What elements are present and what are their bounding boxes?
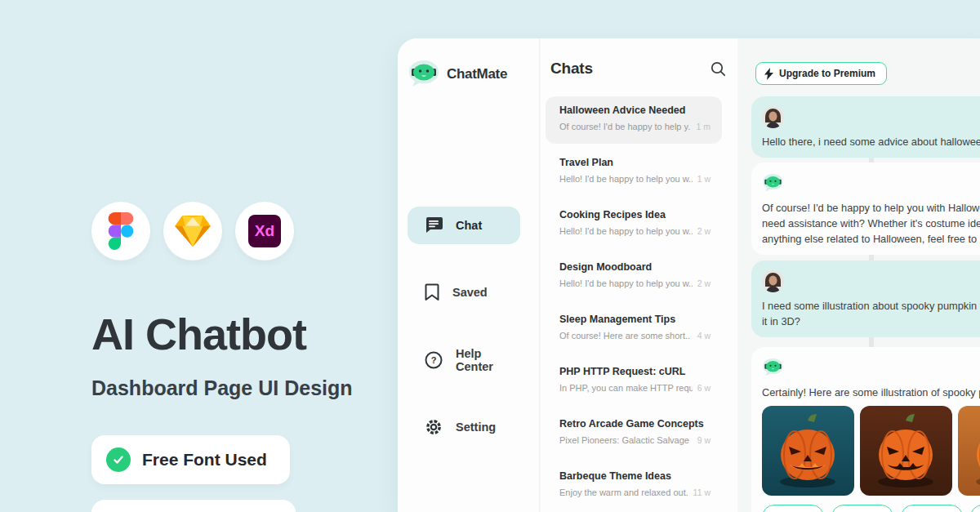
sidebar-item-label: Chat xyxy=(456,219,482,232)
adobe-xd-icon: Xd xyxy=(248,215,281,247)
brand-name: ChatMate xyxy=(447,66,507,82)
chatmate-logo-icon xyxy=(408,60,440,89)
chat-item-preview: Hello! I'd be happy to help you w.. xyxy=(559,226,693,236)
gear-icon xyxy=(425,418,443,436)
chat-item-title: Cooking Recipes Idea xyxy=(559,209,710,220)
chat-list-item[interactable]: Design Moodboard Hello! I'd be happy to … xyxy=(546,253,722,301)
user-avatar xyxy=(762,106,784,128)
adobe-xd-badge: Xd xyxy=(235,202,294,260)
chat-item-preview: Pixel Pioneers: Galactic Salvage xyxy=(559,435,693,445)
figma-badge xyxy=(91,202,150,260)
message-text: anything else related to Halloween, feel… xyxy=(762,231,980,247)
pumpkin-image[interactable] xyxy=(860,406,952,496)
search-icon[interactable] xyxy=(710,61,726,77)
sidebar-item-label: Help Center xyxy=(456,347,520,373)
lightning-icon xyxy=(764,68,773,80)
chat-list-item[interactable]: Sleep Management Tips Of course! Here ar… xyxy=(546,305,722,353)
chat-item-title: Barbeque Theme Ideas xyxy=(559,470,710,482)
user-avatar xyxy=(762,270,784,292)
user-message: I need some illustration about spooky pu… xyxy=(751,260,980,337)
image-actions xyxy=(762,505,980,512)
chat-item-time: 9 w xyxy=(697,435,710,445)
design-tool-badges: Xd xyxy=(91,202,294,260)
sidebar-item-label: Saved xyxy=(452,286,488,299)
page-title: AI Chatbot xyxy=(91,309,306,359)
chat-list-item[interactable]: Cooking Recipes Idea Hello! I'd be happy… xyxy=(546,201,722,248)
chat-item-title: Retro Arcade Game Concepts xyxy=(559,418,710,430)
image-action-button[interactable] xyxy=(901,505,963,512)
image-action-button[interactable] xyxy=(831,505,893,512)
chat-item-preview: Of course! Here are some short.. xyxy=(559,331,693,341)
chat-item-title: Halloween Advice Needed xyxy=(559,105,710,116)
message-text: Certainly! Here are some illustration of… xyxy=(762,385,980,400)
upgrade-premium-button[interactable]: Upgrade to Premium xyxy=(755,62,887,85)
bot-message: Certainly! Here are some illustration of… xyxy=(751,347,980,512)
chat-list-item[interactable]: Travel Plan Hello! I'd be happy to help … xyxy=(546,149,722,196)
chat-item-preview: Enjoy the warm and relaxed out.. xyxy=(559,488,688,497)
sketch-icon xyxy=(175,215,211,247)
generated-images xyxy=(762,406,980,496)
bot-avatar xyxy=(762,172,784,194)
chat-icon xyxy=(425,217,443,234)
chat-list-item[interactable]: Retro Arcade Game Concepts Pixel Pioneer… xyxy=(546,410,722,457)
page-subtitle: Dashboard Page UI Design xyxy=(91,376,353,400)
svg-text:?: ? xyxy=(431,355,437,365)
chat-item-time: 11 w xyxy=(693,488,710,497)
chat-item-title: Travel Plan xyxy=(559,157,710,168)
free-font-label: Free Font Used xyxy=(142,450,267,470)
image-action-button[interactable] xyxy=(970,505,980,512)
chat-list-panel: Chats Halloween Advice Needed Of course!… xyxy=(541,38,737,512)
chat-item-time: 6 w xyxy=(697,383,710,393)
chat-list-item[interactable]: Halloween Advice Needed Of course! I'd b… xyxy=(546,96,722,144)
sidebar-item-label: Setting xyxy=(456,421,496,434)
chat-item-preview: Hello! I'd be happy to help you w.. xyxy=(559,174,693,184)
sidebar-item-help-center[interactable]: ? Help Center xyxy=(408,341,520,379)
message-text: Of course! I'd be happy to help you with… xyxy=(762,200,980,216)
bot-avatar xyxy=(762,357,784,379)
chat-item-time: 2 w xyxy=(697,278,710,288)
sidebar-item-chat[interactable]: Chat xyxy=(408,207,520,244)
partial-badge xyxy=(91,500,296,512)
chat-item-preview: Hello! I'd be happy to help you w.. xyxy=(559,278,693,288)
chat-list-item[interactable]: Barbeque Theme Ideas Enjoy the warm and … xyxy=(546,462,722,510)
adobe-xd-label: Xd xyxy=(255,222,274,240)
bookmark-icon xyxy=(425,283,439,301)
conversation-panel: Upgrade to Premium Hello there, i need s… xyxy=(737,38,980,512)
brand: ChatMate xyxy=(408,60,507,89)
check-icon xyxy=(106,447,131,472)
chat-items: Halloween Advice Needed Of course! I'd b… xyxy=(546,96,722,512)
sidebar-item-setting[interactable]: Setting xyxy=(408,408,520,446)
chat-item-title: Sleep Management Tips xyxy=(559,314,710,325)
chat-item-preview: Of course! I'd be happy to help y.. xyxy=(559,122,691,131)
screen: Xd AI Chatbot Dashboard Page UI Design F… xyxy=(0,0,980,512)
chat-list-item[interactable]: PHP HTTP Request: cURL In PHP, you can m… xyxy=(546,358,722,405)
chats-title: Chats xyxy=(550,60,593,78)
chat-item-preview: In PHP, you can make HTTP requ.. xyxy=(559,383,693,393)
message-text: need assistance with? Whether it's costu… xyxy=(762,216,980,231)
chat-item-time: 1 w xyxy=(697,174,710,184)
figma-icon xyxy=(108,212,134,250)
chat-item-time: 4 w xyxy=(697,331,710,341)
user-message: Hello there, i need some advice about ha… xyxy=(751,96,980,158)
chat-list-header: Chats xyxy=(550,60,726,78)
sidebar-item-saved[interactable]: Saved xyxy=(408,274,520,311)
image-action-button[interactable] xyxy=(762,505,824,512)
chat-item-title: PHP HTTP Request: cURL xyxy=(559,366,710,377)
free-font-badge: Free Font Used xyxy=(91,435,290,484)
chat-item-title: Design Moodboard xyxy=(559,261,710,273)
bot-message: Of course! I'd be happy to help you with… xyxy=(751,163,980,255)
chat-item-time: 1 m xyxy=(696,122,710,131)
chat-item-time: 2 w xyxy=(697,226,710,236)
pumpkin-image[interactable] xyxy=(958,406,980,496)
help-icon: ? xyxy=(425,351,443,369)
dashboard-window: ChatMate Chat Saved xyxy=(398,38,980,512)
message-text: Hello there, i need some advice about ha… xyxy=(762,134,980,149)
pumpkin-image[interactable] xyxy=(762,406,854,496)
message-text: it in 3D? xyxy=(762,314,980,329)
upgrade-label: Upgrade to Premium xyxy=(779,68,875,79)
sketch-badge xyxy=(163,202,222,260)
message-text: I need some illustration about spooky pu… xyxy=(762,298,980,314)
sidebar: ChatMate Chat Saved xyxy=(398,38,540,512)
